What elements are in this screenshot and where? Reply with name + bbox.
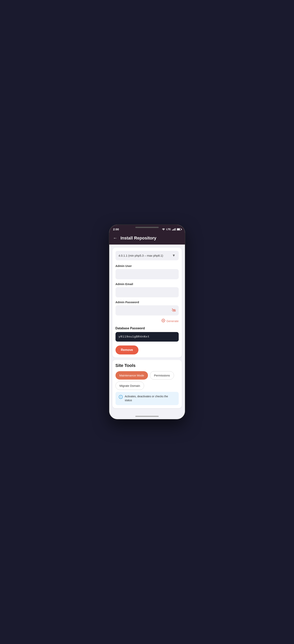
info-banner: Activates, deactivates or checks the sta… xyxy=(116,392,179,405)
tools-row-2: Migrate Domain xyxy=(116,382,179,390)
info-text: Activates, deactivates or checks the sta… xyxy=(125,394,176,402)
main-content: 4.0.1.1 (min php5.3 – max php8.1) ▼ Admi… xyxy=(109,244,185,414)
svg-point-2 xyxy=(163,320,164,321)
database-password-label: Database Password xyxy=(116,326,179,330)
status-time: 2:00 xyxy=(113,228,119,231)
database-password-value: yR119ou1gBR4nNxt xyxy=(116,332,179,342)
signal-bars xyxy=(172,228,176,230)
site-tools-card: Site Tools Maintenance Mode Permissions … xyxy=(112,360,182,408)
battery-icon xyxy=(177,228,181,230)
info-icon xyxy=(119,395,123,400)
wifi-icon xyxy=(162,228,165,230)
admin-user-input-bg xyxy=(116,269,179,279)
admin-email-label: Admin Email xyxy=(116,282,179,286)
phone-frame: 2:00 LTE ← Install Rep xyxy=(109,224,185,419)
status-icons: LTE xyxy=(162,228,181,231)
site-tools-title: Site Tools xyxy=(116,363,179,368)
generate-label: Generate xyxy=(166,319,179,323)
admin-user-input[interactable] xyxy=(116,269,179,279)
generate-row[interactable]: Generate xyxy=(116,318,179,324)
admin-password-input[interactable] xyxy=(116,305,179,316)
admin-email-input[interactable] xyxy=(116,287,179,297)
migrate-domain-button[interactable]: Migrate Domain xyxy=(116,382,144,390)
admin-user-label: Admin User xyxy=(116,264,179,268)
maintenance-mode-button[interactable]: Maintenance Mode xyxy=(116,371,148,380)
page-title: Install Repository xyxy=(121,236,156,241)
lte-label: LTE xyxy=(166,228,171,231)
home-bar xyxy=(135,416,159,417)
svg-point-0 xyxy=(163,230,164,230)
admin-password-wrapper xyxy=(116,305,179,316)
form-card: 4.0.1.1 (min php5.3 – max php8.1) ▼ Admi… xyxy=(112,248,182,358)
version-dropdown-value: 4.0.1.1 (min php5.3 – max php8.1) xyxy=(119,254,163,257)
home-indicator xyxy=(109,414,185,419)
back-button[interactable]: ← xyxy=(112,235,118,242)
admin-password-label: Admin Password xyxy=(116,300,179,304)
version-dropdown[interactable]: 4.0.1.1 (min php5.3 – max php8.1) ▼ xyxy=(116,251,179,260)
header: ← Install Repository xyxy=(109,232,185,244)
tools-row-1: Maintenance Mode Permissions xyxy=(116,371,179,380)
status-bar: 2:00 LTE xyxy=(109,225,185,232)
dropdown-arrow-icon: ▼ xyxy=(172,254,176,258)
admin-email-input-bg xyxy=(116,287,179,297)
toggle-password-icon[interactable] xyxy=(172,308,176,313)
remove-button[interactable]: Remove xyxy=(116,346,139,354)
generate-settings-icon xyxy=(161,318,165,324)
notch xyxy=(135,227,159,228)
permissions-button[interactable]: Permissions xyxy=(150,371,174,380)
